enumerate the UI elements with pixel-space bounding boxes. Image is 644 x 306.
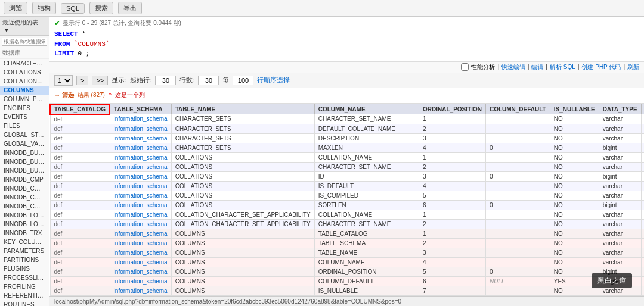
sql-area: ✔ 显示行 0 - 29 (827 总计, 查询花费 0.0444 秒) SEL… (49, 17, 644, 62)
per-label: 每 (222, 76, 229, 85)
sidebar-items-label: 数据库 (0, 48, 49, 59)
parse-sql-link[interactable]: 解析 SQL (550, 63, 575, 71)
sidebar-search-area (0, 36, 49, 48)
next-btn[interactable]: > (76, 76, 88, 85)
filter-row: → 筛选 结果 (827) ↑ 这是一个列 (49, 88, 644, 104)
sidebar-item-global-variable[interactable]: GLOBAL_VARIABLE (0, 139, 49, 148)
sidebar-item-innodb-locks[interactable]: INNODB_LOCKS (0, 211, 49, 220)
col-header-table-catalog[interactable]: TABLE_CATALOG (50, 104, 110, 114)
sidebar-search-input[interactable] (2, 38, 47, 46)
sidebar-item-innodb-cmp[interactable]: INNODB_CMP (0, 175, 49, 184)
table-row: definformation_schemaCHARACTER_SETSMAXLE… (50, 143, 644, 152)
export-button[interactable]: 导出 (118, 2, 142, 14)
table-row: definformation_schemaCHARACTER_SETSDEFAU… (50, 124, 644, 133)
nav-bar: 1 > >> 显示: 起始行: 行数: 每 行顺序选择 (49, 73, 644, 88)
sidebar-item-events[interactable]: EVENTS (0, 113, 49, 121)
sidebar-recent-header: 最近使用的表 ▼ (0, 17, 49, 36)
table-row: definformation_schemaCOLUMNSORDINAL_POSI… (50, 267, 644, 276)
table-row: definformation_schemaCOLLATIONSCOLLATION… (50, 152, 644, 162)
sql-button[interactable]: SQL (61, 3, 85, 14)
sidebar-item-columns[interactable]: COLUMNS (0, 86, 49, 95)
sidebar-list: CHARACTER_SETS COLLATIONS COLLATION_CHAR… (0, 59, 49, 306)
table-row: definformation_schemaCOLUMNSTABLE_NAME3N… (50, 248, 644, 257)
display-label: 显示: (112, 76, 126, 85)
performance-checkbox[interactable] (461, 63, 469, 71)
main-area: 最近使用的表 ▼ 数据库 CHARACTER_SETS COLLATIONS C… (0, 17, 644, 306)
sidebar-item-character-sets[interactable]: CHARACTER_SETS (0, 59, 49, 68)
sidebar-item-innodb-buffer1[interactable]: INNODB_BUFFER_F (0, 148, 49, 157)
table-row: definformation_schemaCOLUMNSDATA_TYPE8NO… (50, 295, 644, 296)
table-row: definformation_schemaCOLUMNSCOLUMN_NAME4… (50, 257, 644, 267)
search-button[interactable]: 搜索 (89, 2, 113, 14)
sidebar-item-collations[interactable]: COLLATIONS (0, 68, 49, 77)
sidebar-item-innodb-lock-wa[interactable]: INNODB_LOCK_WA (0, 220, 49, 229)
table-row: definformation_schemaCOLLATIONSSORTLEN60… (50, 200, 644, 210)
sidebar-item-routines[interactable]: ROUTINES (0, 300, 49, 306)
rows-input[interactable] (198, 76, 219, 85)
sidebar-item-engines[interactable]: ENGINES (0, 104, 49, 113)
sidebar-item-partitions[interactable]: PARTITIONS (0, 255, 49, 264)
table-row: definformation_schemaCOLLATIONSCHARACTER… (50, 162, 644, 171)
table-row: definformation_schemaCOLUMNSIS_NULLABLE7… (50, 286, 644, 295)
col-header-char-max-len[interactable]: CHARACTER_MAXIMUM_LENGTH (641, 104, 644, 114)
table-row: definformation_schemaCOLLATION_CHARACTER… (50, 210, 644, 219)
arrow-icon: ↑ (107, 89, 113, 102)
content-area: ✔ 显示行 0 - 29 (827 总计, 查询花费 0.0444 秒) SEL… (49, 17, 644, 306)
sidebar-item-key-column[interactable]: KEY_COLUMN_USA (0, 238, 49, 246)
sidebar-item-innodb-buffer2[interactable]: INNODB_BUFFER_F (0, 157, 49, 166)
per-input[interactable] (233, 76, 253, 85)
options-bar: 性能分析 | 快速编辑 | 编辑 | 解析 SQL | 创建 PHP 代码 | … (49, 62, 644, 73)
edit-link[interactable]: 编辑 (531, 63, 543, 71)
refresh-link[interactable]: 刷新 (627, 63, 639, 71)
top-toolbar: 浏览 结构 SQL 搜索 导出 (0, 0, 644, 17)
sidebar-item-processlist[interactable]: PROCESSLIST (0, 273, 49, 282)
col-header-ordinal-pos[interactable]: ORDINAL_POSITION (419, 104, 486, 114)
data-table: TABLE_CATALOG TABLE_SCHEMA TABLE_NAME CO… (49, 104, 644, 297)
check-icon: ✔ (54, 19, 60, 27)
sidebar-item-column-privile[interactable]: COLUMN_PRIVILE (0, 95, 49, 104)
table-row: definformation_schemaCOLLATIONSID30NObig… (50, 171, 644, 181)
sidebar-item-innodb-cmpmem1[interactable]: INNODB_CMPMEM (0, 184, 49, 193)
col-header-data-type[interactable]: DATA_TYPE (599, 104, 641, 114)
browse-button[interactable]: 浏览 (4, 2, 27, 14)
status-bar: localhost/phpMyAdmin/sql.php?db=informat… (49, 296, 644, 306)
col-header-column-name[interactable]: COLUMN_NAME (314, 104, 419, 114)
page-select[interactable]: 1 (54, 75, 73, 86)
table-row: definformation_schemaCOLUMNSTABLE_CATALO… (50, 229, 644, 238)
performance-label: 性能分析 (471, 63, 495, 71)
col-header-is-nullable[interactable]: IS_NULLABLE (550, 104, 599, 114)
sidebar-item-files[interactable]: FILES (0, 121, 49, 130)
sidebar-item-innodb-cmp-res[interactable]: INNODB_CMP_RES (0, 202, 49, 211)
start-label: 起始行: (130, 76, 151, 85)
start-input[interactable] (155, 76, 176, 85)
sidebar-item-innodb-cmpmem2[interactable]: INNODB_CMPMEM (0, 193, 49, 202)
sidebar-item-plugins[interactable]: PLUGINS (0, 264, 49, 273)
php-code-link[interactable]: 创建 PHP 代码 (581, 63, 621, 71)
column-note: 这是一个列 (115, 91, 145, 99)
quick-edit-link[interactable]: 快速编辑 (501, 63, 525, 71)
sidebar-item-parameters[interactable]: PARAMETERS (0, 246, 49, 255)
table-row: definformation_schemaCHARACTER_SETSDESCR… (50, 133, 644, 143)
table-row: definformation_schemaCOLLATIONSIS_COMPIL… (50, 191, 644, 200)
data-table-container[interactable]: TABLE_CATALOG TABLE_SCHEMA TABLE_NAME CO… (49, 104, 644, 297)
table-row: definformation_schemaCOLLATIONSIS_DEFAUL… (50, 181, 644, 191)
sidebar-item-global-status[interactable]: GLOBAL_STATUS (0, 130, 49, 139)
table-row: definformation_schemaCOLLATION_CHARACTER… (50, 219, 644, 229)
row-select-link[interactable]: 行顺序选择 (257, 76, 290, 85)
sidebar-item-innodb-trx[interactable]: INNODB_TRX (0, 229, 49, 238)
table-row: definformation_schemaCHARACTER_SETSCHARA… (50, 114, 644, 124)
col-header-table-name[interactable]: TABLE_NAME (171, 104, 314, 114)
sidebar-item-innodb-buffer3[interactable]: INNODB_BUFFER_F (0, 166, 49, 175)
structure-button[interactable]: 结构 (32, 2, 56, 14)
sidebar-item-collation-char[interactable]: COLLATION_CHAR (0, 77, 49, 86)
sql-code-block: SELECT * FROM `COLUMNS` LIMIT 0 ; (54, 29, 639, 59)
next-next-btn[interactable]: >> (92, 76, 108, 85)
sidebar: 最近使用的表 ▼ 数据库 CHARACTER_SETS COLLATIONS C… (0, 17, 49, 306)
sql-status: ✔ 显示行 0 - 29 (827 总计, 查询花费 0.0444 秒) (54, 19, 639, 27)
sidebar-item-profiling[interactable]: PROFILING (0, 282, 49, 291)
col-header-table-schema[interactable]: TABLE_SCHEMA (110, 104, 171, 114)
sidebar-item-referential[interactable]: REFERENTIAL_CON (0, 291, 49, 300)
table-header-row: TABLE_CATALOG TABLE_SCHEMA TABLE_NAME CO… (50, 104, 644, 114)
col-header-column-default[interactable]: COLUMN_DEFAULT (485, 104, 550, 114)
table-row: definformation_schemaCOLUMNSCOLUMN_DEFAU… (50, 276, 644, 286)
